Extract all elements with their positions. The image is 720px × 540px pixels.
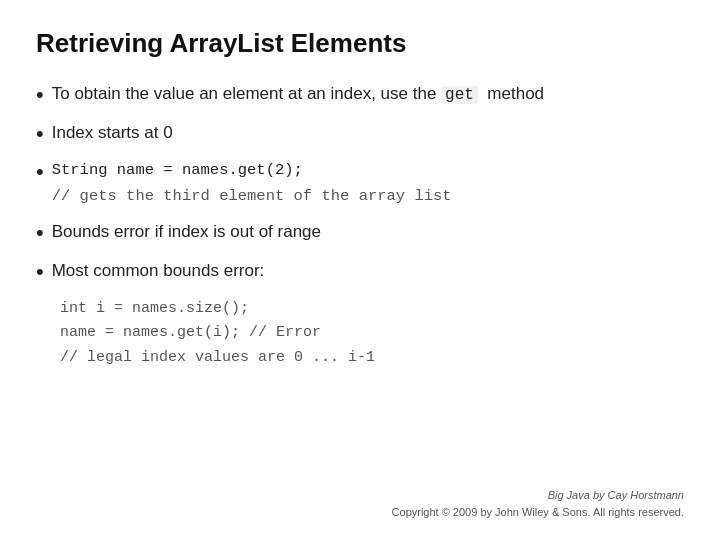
bullet-text-2: Index starts at 0 [52,120,173,146]
code-block-line-1: int i = names.size(); [60,297,375,322]
bullet-dot-3: • [36,158,44,187]
bullet-1: • To obtain the value an element at an i… [36,81,684,110]
content-area: • To obtain the value an element at an i… [36,81,684,477]
code-comment-line: // gets the third element of the array l… [52,184,452,210]
bullet-5: • Most common bounds error: int i = name… [36,258,684,375]
slide-title: Retrieving ArrayList Elements [36,28,684,59]
bullet-dot-4: • [36,219,44,248]
bullet-text-3: String name = names.get(2); // gets the … [52,158,452,209]
code-block-5: int i = names.size(); name = names.get(i… [60,297,375,371]
slide: Retrieving ArrayList Elements • To obtai… [0,0,720,540]
footer: Big Java by Cay Horstmann Copyright © 20… [36,477,684,520]
bullet-text-5: Most common bounds error: [52,258,265,284]
footer-line2: Copyright © 2009 by John Wiley & Sons. A… [36,504,684,521]
bullet-dot-2: • [36,120,44,149]
bullet-2: • Index starts at 0 [36,120,684,149]
bullet-text-4: Bounds error if index is out of range [52,219,321,245]
code-block-line-2: name = names.get(i); // Error [60,321,375,346]
code-main-line: String name = names.get(2); [52,158,452,184]
bullet-text-1: To obtain the value an element at an ind… [52,81,544,107]
footer-line1: Big Java by Cay Horstmann [36,487,684,504]
inline-code-get: get [441,86,478,104]
code-block-line-3: // legal index values are 0 ... i-1 [60,346,375,371]
bullet-3: • String name = names.get(2); // gets th… [36,158,684,209]
bullet-dot-1: • [36,81,44,110]
bullet-dot-5: • [36,258,44,287]
bullet-4: • Bounds error if index is out of range [36,219,684,248]
